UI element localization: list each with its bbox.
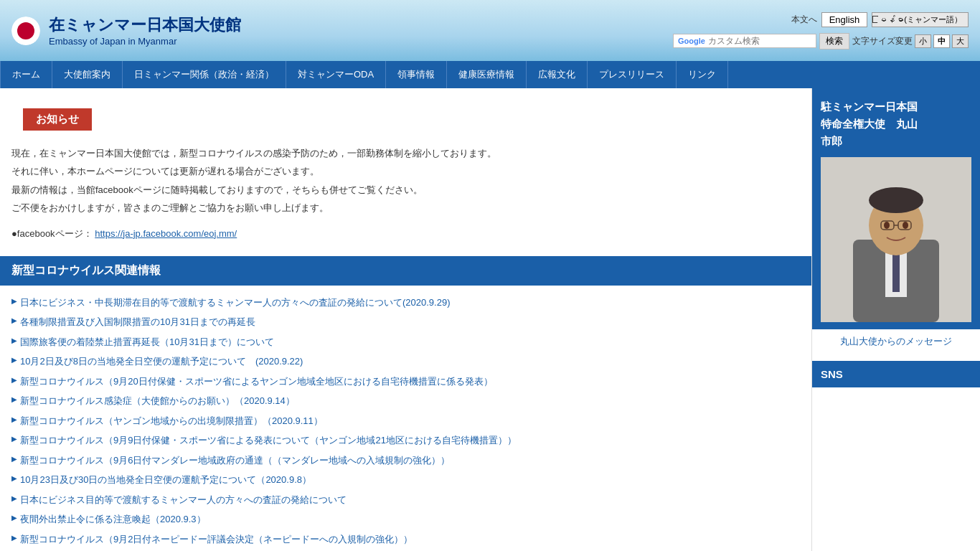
oshirase-banner: お知らせ [23, 108, 92, 131]
header-left: 在ミャンマー日本国大使館 Embassy of Japan in Myanmar [11, 14, 241, 47]
corona-link[interactable]: 国際旅客便の着陸禁止措置再延長（10月31日まで）について [20, 335, 274, 349]
list-item: 各種制限措置及び入国制限措置の10月31日までの再延長 [11, 312, 800, 332]
corona-link[interactable]: 夜間外出禁止令に係る注意喚起（2020.9.3） [20, 512, 206, 527]
myanmar-button[interactable]: မြန်မာ(ミャンマー語） [872, 12, 969, 27]
font-size-label: 文字サイズ変更 [852, 35, 913, 47]
list-item: 新型コロナウイルス（9月20日付保健・スポーツ省によるヤンゴン地域全地区における… [11, 372, 800, 392]
site-title-ja: 在ミャンマー日本国大使館 [49, 14, 241, 36]
svg-point-8 [869, 187, 923, 213]
oshirase-banner-wrap: お知らせ [11, 98, 811, 138]
corona-section-header: 新型コロナウイルス関連情報 [0, 256, 811, 286]
svg-point-9 [884, 222, 890, 229]
nav-item-oda[interactable]: 対ミャンマーODA [286, 61, 386, 88]
facebook-link[interactable]: https://ja-jp.facebook.com/eoj.mm/ [95, 228, 237, 239]
main-wrapper: お知らせ 現在，在ミャンマー日本国大使館では，新型コロナウイルスの感染予防のため… [0, 88, 980, 551]
svg-point-10 [903, 222, 908, 229]
ambassador-photo [821, 157, 971, 322]
nav-item-home[interactable]: ホーム [0, 61, 52, 88]
sns-content [812, 387, 980, 430]
corona-link[interactable]: 新型コロナウイルス（ヤンゴン地域からの出境制限措置）（2020.9.11） [20, 414, 323, 428]
corona-link[interactable]: 新型コロナウイルス（9月6日付マンダレー地域政府の通達（（マンダレー地域への入域… [20, 453, 450, 468]
search-button[interactable]: 検索 [819, 33, 849, 50]
list-item: 日本にビジネス目的等で渡航するミャンマー人の方々への査証の発給について [11, 490, 800, 510]
nav-item-links[interactable]: リンク [677, 61, 728, 88]
corona-link[interactable]: 日本にビジネス・中長期滞在目的等で渡航するミャンマー人の方々への査証の発給につい… [20, 296, 451, 310]
corona-link[interactable]: 10月23日及び30日の当地発全日空便の運航予定について（2020.9.8） [20, 473, 311, 487]
site-title-en: Embassy of Japan in Myanmar [49, 36, 241, 47]
list-item: 新型コロナウイルス（9月6日付マンダレー地域政府の通達（（マンダレー地域への入域… [11, 451, 800, 471]
notice-line2: それに伴い，本ホームページについては更新が遅れる場合がございます。 [11, 163, 800, 179]
content-area: お知らせ 現在，在ミャンマー日本国大使館では，新型コロナウイルスの感染予防のため… [0, 88, 811, 551]
corona-link[interactable]: 日本にビジネス目的等で渡航するミャンマー人の方々への査証の発給について [20, 493, 347, 507]
notice-box: 現在，在ミャンマー日本国大使館では，新型コロナウイルスの感染予防のため，一部勤務… [11, 145, 800, 242]
list-item: 10月23日及び30日の当地発全日空便の運航予定について（2020.9.8） [11, 470, 800, 490]
notice-line3: 最新の情報は，当館facebookページに随時掲載しておりますので，そちらも併せ… [11, 182, 800, 198]
english-button[interactable]: English [821, 12, 868, 27]
search-input-wrap: Google [673, 34, 816, 48]
sidebar: 駐ミャンマー日本国特命全権大使 丸山市郎 [811, 88, 980, 551]
main-navigation: ホーム大使館案内日ミャンマー関係（政治・経済）対ミャンマーODA領事情報健康医療… [0, 61, 980, 88]
corona-link[interactable]: 新型コロナウイルス感染症（大使館からのお願い）（2020.9.14） [20, 394, 295, 408]
corona-link[interactable]: 10月2日及び8日の当地発全日空便の運航予定について (2020.9.22) [20, 354, 303, 369]
ambassador-title: 駐ミャンマー日本国特命全権大使 丸山市郎 [821, 98, 971, 150]
nav-item-japan-myanmar[interactable]: 日ミャンマー関係（政治・経済） [123, 61, 286, 88]
list-item: 国際旅客便の着陸禁止措置再延長（10月31日まで）について [11, 332, 800, 352]
sns-section: SNS [812, 361, 980, 387]
font-size-large-button[interactable]: 大 [952, 34, 969, 48]
nav-item-consular[interactable]: 領事情報 [386, 61, 447, 88]
list-item: 新型コロナウイルス（ヤンゴン地域からの出境制限措置）（2020.9.11） [11, 411, 800, 431]
list-item: 夜間外出禁止令に係る注意喚起（2020.9.3） [11, 509, 800, 529]
nav-item-press[interactable]: プレスリリース [588, 61, 677, 88]
list-item: 新型コロナウイルス（9月9日付保健・スポーツ省による発表について（ヤンゴン地域2… [11, 430, 800, 451]
svg-point-1 [17, 22, 34, 39]
corona-link[interactable]: 新型コロナウイルス（9月9日付保健・スポーツ省による発表について（ヤンゴン地域2… [20, 433, 517, 448]
corona-link[interactable]: 新型コロナウイルス（9月20日付保健・スポーツ省によるヤンゴン地域全地区における… [20, 375, 493, 389]
search-input[interactable] [708, 36, 794, 46]
lang-bar: 本文へ English မြန်မာ(ミャンマー語） [791, 12, 969, 27]
list-item: 新型コロナウイルス感染症（大使館からのお願い）（2020.9.14） [11, 391, 800, 411]
ambassador-message-link[interactable]: 丸山大使からのメッセージ [812, 329, 980, 354]
site-title-block: 在ミャンマー日本国大使館 Embassy of Japan in Myanmar [49, 14, 241, 47]
ambassador-section: 駐ミャンマー日本国特命全権大使 丸山市郎 [812, 88, 980, 329]
google-label: Google [678, 37, 705, 45]
header-right: 本文へ English မြန်မာ(ミャンマー語） Google 検索 文字サ… [673, 12, 969, 50]
nav-item-health[interactable]: 健康医療情報 [447, 61, 527, 88]
notice-line4: ご不便をおかけしますが，皆さまのご理解とご協力をお願い申し上げます。 [11, 199, 800, 216]
list-item: 10月2日及び8日の当地発全日空便の運航予定について (2020.9.22) [11, 352, 800, 372]
sns-title: SNS [821, 368, 971, 380]
facebook-prefix: ●facebookページ： [11, 228, 93, 239]
nav-item-embassy[interactable]: 大使館案内 [52, 61, 123, 88]
search-bar: Google 検索 文字サイズ変更 小 中 大 [673, 33, 969, 50]
list-item: 日本にビジネス・中長期滞在目的等で渡航するミャンマー人の方々への査証の発給につい… [11, 293, 800, 313]
font-size-medium-button[interactable]: 中 [933, 34, 950, 48]
font-size-small-button[interactable]: 小 [915, 34, 931, 48]
honbun-label: 本文へ [791, 14, 817, 26]
corona-link-list: 日本にビジネス・中長期滞在目的等で渡航するミャンマー人の方々への査証の発給につい… [0, 293, 811, 550]
japan-flag-icon [11, 17, 40, 45]
corona-link[interactable]: 各種制限措置及び入国制限措置の10月31日までの再延長 [20, 315, 255, 329]
font-size-bar: 文字サイズ変更 小 中 大 [852, 34, 969, 48]
facebook-link-row: ●facebookページ： https://ja-jp.facebook.com… [11, 225, 800, 242]
notice-line1: 現在，在ミャンマー日本国大使館では，新型コロナウイルスの感染予防のため，一部勤務… [11, 145, 800, 161]
nav-item-culture[interactable]: 広報文化 [527, 61, 588, 88]
list-item: 新型コロナウイルス（9月2日付ネーピードー評議会決定（ネーピードーへの入規制の強… [11, 529, 800, 550]
corona-link[interactable]: 新型コロナウイルス（9月2日付ネーピードー評議会決定（ネーピードーへの入規制の強… [20, 532, 413, 547]
